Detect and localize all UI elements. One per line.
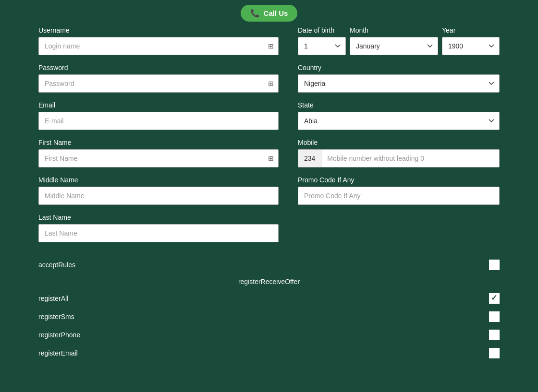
first-name-input[interactable] — [38, 149, 279, 167]
register-email-label: registerEmail — [38, 349, 78, 357]
register-receive-offer-row: registerReceiveOffer — [38, 274, 500, 289]
dob-selects-row: 12345 678910 1112131415 1617181920 21222… — [298, 37, 500, 55]
accept-rules-row: acceptRules — [38, 256, 500, 274]
register-all-checkbox[interactable] — [489, 293, 500, 304]
middle-name-label: Middle Name — [38, 176, 279, 184]
last-name-group: Last Name — [38, 214, 279, 242]
password-input-wrapper: ⊞ — [38, 74, 279, 93]
country-select[interactable]: Nigeria Ghana Kenya South Africa — [298, 74, 500, 93]
password-input[interactable] — [38, 74, 279, 93]
password-group: Password ⊞ — [38, 64, 279, 93]
register-sms-checkbox[interactable] — [489, 311, 500, 322]
username-input-wrapper: ⊞ — [38, 37, 279, 55]
register-email-checkbox[interactable] — [489, 348, 500, 358]
promo-code-input[interactable] — [298, 187, 500, 205]
right-column: Date of birth Month Year 12345 678910 11… — [279, 26, 500, 251]
password-icon: ⊞ — [268, 80, 274, 87]
first-name-label: First Name — [38, 139, 279, 146]
left-column: Username ⊞ Password ⊞ Email — [38, 26, 279, 251]
dob-day-group: 12345 678910 1112131415 1617181920 21222… — [298, 37, 346, 55]
dob-header-row: Date of birth Month Year — [298, 26, 500, 34]
register-receive-offer-label: registerReceiveOffer — [238, 278, 300, 285]
country-group: Country Nigeria Ghana Kenya South Africa — [298, 64, 500, 93]
password-label: Password — [38, 64, 279, 71]
form-layout: Username ⊞ Password ⊞ Email — [0, 26, 538, 251]
register-phone-label: registerPhone — [38, 331, 80, 339]
last-name-label: Last Name — [38, 214, 279, 221]
dob-month-select[interactable]: JanuaryFebruaryMarchApril MayJuneJulyAug… — [350, 37, 438, 55]
mobile-number-input[interactable] — [321, 150, 499, 167]
mobile-label: Mobile — [298, 139, 500, 146]
email-label: Email — [38, 101, 279, 109]
promo-code-group: Promo Code If Any — [298, 176, 500, 205]
first-name-group: First Name ⊞ — [38, 139, 279, 167]
register-sms-label: registerSms — [38, 313, 74, 321]
state-label: State — [298, 101, 500, 109]
phone-icon: 📞 — [250, 9, 260, 18]
register-phone-row: registerPhone — [38, 326, 500, 344]
register-email-row: registerEmail — [38, 344, 500, 362]
last-name-input[interactable] — [38, 224, 279, 242]
dob-year-group: 1900191019201930 1940195019601970 198019… — [442, 37, 500, 55]
first-name-icon: ⊞ — [268, 154, 274, 162]
top-bar: 📞 Call Us — [0, 5, 538, 22]
call-us-button[interactable]: 📞 Call Us — [241, 5, 298, 22]
month-label: Month — [350, 26, 438, 34]
dob-year-select[interactable]: 1900191019201930 1940195019601970 198019… — [442, 37, 500, 55]
state-select[interactable]: Abia Adamawa Anambra Bauchi Lagos Rivers… — [298, 112, 500, 130]
accept-rules-label: acceptRules — [38, 261, 75, 269]
dob-group: Date of birth Month Year 12345 678910 11… — [298, 26, 500, 55]
accept-rules-checkbox[interactable] — [489, 260, 500, 270]
promo-code-label: Promo Code If Any — [298, 176, 500, 184]
username-icon: ⊞ — [268, 42, 274, 50]
dob-label: Date of birth — [298, 26, 346, 34]
register-sms-row: registerSms — [38, 308, 500, 326]
username-group: Username ⊞ — [38, 26, 279, 55]
register-all-label: registerAll — [38, 295, 68, 302]
mobile-group: Mobile 234 — [298, 139, 500, 167]
register-phone-checkbox[interactable] — [489, 330, 500, 340]
first-name-input-wrapper: ⊞ — [38, 149, 279, 167]
username-input[interactable] — [38, 37, 279, 55]
username-label: Username — [38, 26, 279, 34]
checkboxes-section: acceptRules registerReceiveOffer registe… — [0, 256, 538, 362]
register-all-row: registerAll — [38, 289, 500, 308]
mobile-prefix: 234 — [298, 150, 321, 167]
dob-day-select[interactable]: 12345 678910 1112131415 1617181920 21222… — [298, 37, 346, 55]
page-container: 📞 Call Us Username ⊞ Password ⊞ — [0, 0, 538, 392]
state-group: State Abia Adamawa Anambra Bauchi Lagos … — [298, 101, 500, 130]
middle-name-input[interactable] — [38, 187, 279, 205]
email-group: Email — [38, 101, 279, 130]
middle-name-group: Middle Name — [38, 176, 279, 205]
email-input[interactable] — [38, 112, 279, 130]
year-label: Year — [442, 26, 500, 34]
call-us-label: Call Us — [264, 9, 288, 17]
country-label: Country — [298, 64, 500, 71]
mobile-input-row: 234 — [298, 149, 500, 167]
dob-month-group: JanuaryFebruaryMarchApril MayJuneJulyAug… — [350, 37, 438, 55]
